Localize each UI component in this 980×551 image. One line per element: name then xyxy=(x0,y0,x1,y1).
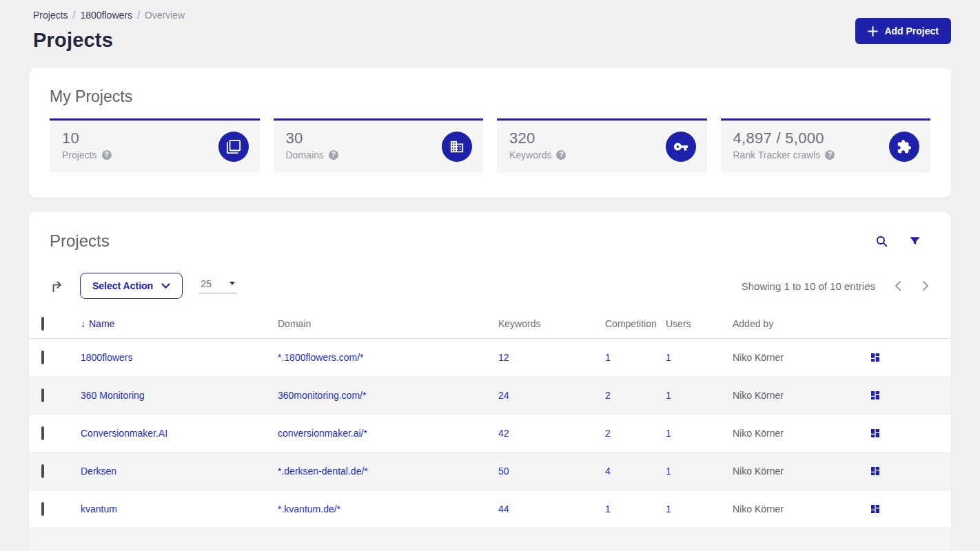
keywords-value[interactable]: 24 xyxy=(498,390,605,401)
dashboard-icon[interactable] xyxy=(870,352,951,363)
row-checkbox[interactable] xyxy=(41,351,44,364)
select-all-checkbox[interactable] xyxy=(41,317,44,331)
stat-domains: 30 Domains ? xyxy=(274,118,484,173)
dashboard-icon[interactable] xyxy=(870,428,951,439)
search-icon[interactable] xyxy=(875,235,888,248)
select-caret-icon xyxy=(229,282,235,285)
stat-projects: 10 Projects ? xyxy=(50,118,260,173)
added-by-value: Niko Körner xyxy=(733,390,870,401)
project-name-link[interactable]: Conversionmaker.AI xyxy=(81,428,278,439)
help-icon[interactable]: ? xyxy=(825,150,835,160)
users-value[interactable]: 1 xyxy=(666,390,733,401)
table-action-bar: Select Action 25 Showing 1 to 10 of 10 e… xyxy=(29,273,951,299)
project-name-link[interactable]: Derksen xyxy=(81,466,278,477)
column-header-added-by[interactable]: Added by xyxy=(733,318,870,329)
stacked-windows-icon xyxy=(218,132,249,162)
row-checkbox[interactable] xyxy=(41,388,44,402)
projects-table-card: Projects Select Action 25 Showing 1 to 1… xyxy=(29,212,951,551)
column-header-name[interactable]: ↓ Name xyxy=(81,318,278,329)
keywords-label: Keywords xyxy=(509,149,551,160)
my-projects-heading: My Projects xyxy=(50,87,930,106)
breadcrumb-projects[interactable]: Projects xyxy=(33,10,68,21)
column-header-keywords[interactable]: Keywords xyxy=(498,318,605,329)
competition-value[interactable]: 1 xyxy=(605,503,666,514)
next-page-icon[interactable] xyxy=(921,280,930,291)
projects-table: ↓ Name Domain Keywords Competition Users… xyxy=(29,309,951,551)
users-value[interactable]: 1 xyxy=(666,352,733,363)
previous-page-icon[interactable] xyxy=(893,280,903,291)
plus-icon xyxy=(868,26,878,37)
help-icon[interactable]: ? xyxy=(102,150,112,160)
column-header-competition[interactable]: Competition xyxy=(605,318,666,329)
dashboard-icon[interactable] xyxy=(870,466,951,477)
key-icon xyxy=(666,132,696,162)
project-domain-link[interactable]: *.derksen-dental.de/* xyxy=(278,466,498,477)
keywords-value[interactable]: 50 xyxy=(498,466,605,477)
breadcrumb-1800flowers[interactable]: 1800flowers xyxy=(80,10,132,21)
my-projects-card: My Projects 10 Projects ? 30 Domains ? 3… xyxy=(29,68,951,198)
add-project-button[interactable]: Add Project xyxy=(855,18,951,44)
table-row: 1800flowers *.1800flowers.com/* 12 1 1 N… xyxy=(29,339,951,377)
pagination-status: Showing 1 to 10 of 10 entries xyxy=(742,280,875,292)
page-header: Projects / 1800flowers / Overview Projec… xyxy=(0,0,980,52)
select-action-dropdown[interactable]: Select Action xyxy=(80,273,183,299)
column-header-domain[interactable]: Domain xyxy=(278,318,498,329)
page-size-value: 25 xyxy=(201,278,212,289)
projects-table-heading: Projects xyxy=(50,231,110,251)
rank-tracker-label: Rank Tracker crawls xyxy=(733,149,821,160)
breadcrumb-overview: Overview xyxy=(145,10,185,21)
help-icon[interactable]: ? xyxy=(329,150,338,160)
added-by-value: Niko Körner xyxy=(733,352,870,363)
help-icon[interactable]: ? xyxy=(556,150,566,160)
dashboard-icon[interactable] xyxy=(870,390,951,401)
row-checkbox[interactable] xyxy=(41,426,44,440)
breadcrumb: Projects / 1800flowers / Overview xyxy=(33,10,947,21)
table-row: 360 Monitoring 360monitoring.com/* 24 2 … xyxy=(29,377,951,415)
project-domain-link[interactable]: 360monitoring.com/* xyxy=(278,390,498,401)
stat-keywords: 320 Keywords ? xyxy=(497,118,707,173)
projects-label: Projects xyxy=(62,149,97,160)
project-domain-link[interactable]: *.kvantum.de/* xyxy=(278,503,498,514)
row-checkbox[interactable] xyxy=(41,502,44,516)
chevron-down-icon xyxy=(161,283,170,289)
users-value[interactable]: 1 xyxy=(666,503,733,514)
forward-arrow-icon[interactable] xyxy=(50,278,65,293)
breadcrumb-separator: / xyxy=(137,10,140,21)
project-name-link[interactable]: 1800flowers xyxy=(81,352,278,363)
project-name-link[interactable]: kvantum xyxy=(81,503,278,514)
building-icon xyxy=(442,132,472,162)
domains-label: Domains xyxy=(286,149,324,160)
keywords-value[interactable]: 12 xyxy=(498,352,605,363)
competition-value[interactable]: 4 xyxy=(605,466,666,477)
sort-descending-icon: ↓ xyxy=(81,318,85,329)
competition-value[interactable]: 2 xyxy=(605,390,666,401)
added-by-value: Niko Körner xyxy=(733,466,870,477)
page-title: Projects xyxy=(33,29,947,52)
breadcrumb-separator: / xyxy=(73,10,76,21)
table-row: kvantum *.kvantum.de/* 44 1 1 Niko Körne… xyxy=(29,490,951,528)
project-name-link[interactable]: 360 Monitoring xyxy=(81,390,278,401)
row-checkbox[interactable] xyxy=(41,464,44,478)
add-project-label: Add Project xyxy=(884,25,939,37)
keywords-value[interactable]: 42 xyxy=(498,428,605,439)
stat-rank-tracker: 4,897 / 5,000 Rank Tracker crawls ? xyxy=(721,118,931,173)
dashboard-icon[interactable] xyxy=(870,503,951,514)
competition-value[interactable]: 2 xyxy=(605,428,666,439)
column-header-users[interactable]: Users xyxy=(666,318,733,329)
table-row: Derksen *.derksen-dental.de/* 50 4 1 Nik… xyxy=(29,453,951,490)
project-domain-link[interactable]: *.1800flowers.com/* xyxy=(278,352,498,363)
stats-grid: 10 Projects ? 30 Domains ? 320 Keywords xyxy=(50,118,930,173)
users-value[interactable]: 1 xyxy=(666,428,733,439)
table-header-row: ↓ Name Domain Keywords Competition Users… xyxy=(29,309,951,339)
users-value[interactable]: 1 xyxy=(666,466,733,477)
added-by-value: Niko Körner xyxy=(733,503,870,514)
keywords-value[interactable]: 44 xyxy=(498,503,605,514)
puzzle-icon xyxy=(889,132,919,162)
page-size-select[interactable]: 25 xyxy=(199,278,236,293)
table-row: Conversionmaker.AI conversionmaker.ai/* … xyxy=(29,415,951,453)
filter-icon[interactable] xyxy=(909,236,921,247)
competition-value[interactable]: 1 xyxy=(605,352,666,363)
project-domain-link[interactable]: conversionmaker.ai/* xyxy=(278,428,498,439)
added-by-value: Niko Körner xyxy=(733,428,870,439)
table-row xyxy=(29,528,951,551)
